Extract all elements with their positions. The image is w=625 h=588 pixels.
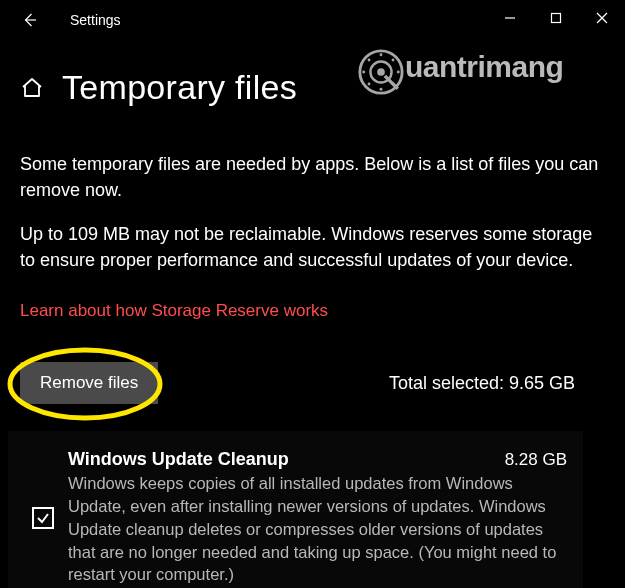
app-title: Settings [70,12,121,28]
file-list: Windows Update Cleanup 8.28 GB Windows k… [8,431,583,588]
svg-rect-2 [552,14,561,23]
close-button[interactable] [579,0,625,36]
back-button[interactable] [20,10,40,30]
window-controls [487,0,625,36]
remove-files-button[interactable]: Remove files [20,362,158,404]
page-title: Temporary files [62,68,297,107]
minimize-button[interactable] [487,0,533,36]
item-description: Windows keeps copies of all installed up… [68,472,567,586]
checkmark-icon [36,511,50,525]
storage-reserve-link[interactable]: Learn about how Storage Reserve works [20,301,328,321]
page-header: Temporary files [0,68,625,107]
home-icon[interactable] [20,76,44,100]
svg-point-10 [368,59,371,62]
minimize-icon [504,12,516,24]
description-1: Some temporary files are needed by apps.… [20,151,605,203]
close-icon [596,12,608,24]
list-item[interactable]: Windows Update Cleanup 8.28 GB Windows k… [8,439,583,588]
checkbox[interactable] [32,507,54,529]
titlebar: Settings [0,0,625,40]
svg-point-6 [380,53,383,56]
content-area: Some temporary files are needed by apps.… [0,151,625,588]
total-selected-label: Total selected: 9.65 GB [389,373,605,394]
maximize-button[interactable] [533,0,579,36]
item-name: Windows Update Cleanup [68,449,289,470]
svg-point-12 [392,59,395,62]
description-2: Up to 109 MB may not be reclaimable. Win… [20,221,605,273]
action-row: Remove files Total selected: 9.65 GB [20,353,605,413]
item-size: 8.28 GB [505,450,567,470]
maximize-icon [550,12,562,24]
arrow-left-icon [21,11,39,29]
